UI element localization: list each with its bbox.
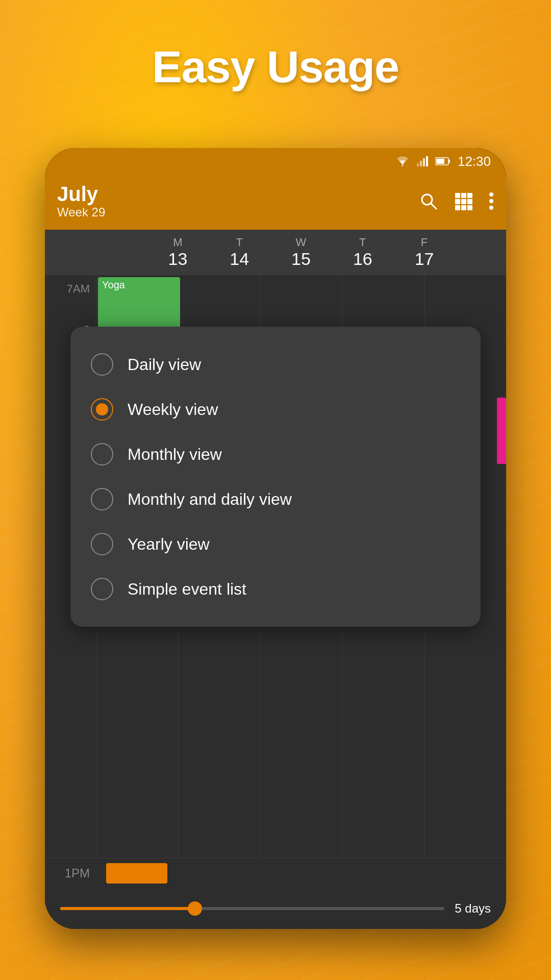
bottom-event-block	[106, 863, 167, 884]
calendar-days-header: M 13 T 14 W 15 T 16 F 17	[45, 230, 506, 275]
svg-rect-18	[467, 205, 472, 210]
status-time: 12:30	[458, 154, 491, 169]
radio-monthly[interactable]	[91, 443, 113, 465]
day-num-2: 15	[270, 249, 332, 269]
more-icon[interactable]	[489, 192, 494, 210]
wifi-icon	[395, 156, 410, 166]
day-num-4: 17	[393, 249, 455, 269]
radio-event-list[interactable]	[91, 578, 113, 600]
radio-weekly[interactable]	[91, 398, 113, 421]
slider-days-label: 5 days	[455, 901, 491, 916]
svg-rect-6	[448, 160, 450, 163]
radio-yearly[interactable]	[91, 533, 113, 555]
bottom-slider-area: 5 days	[45, 888, 506, 929]
svg-rect-13	[455, 199, 460, 204]
svg-rect-10	[455, 193, 460, 198]
day-col-thu: T 16	[332, 230, 393, 275]
label-event-list: Simple event list	[128, 580, 246, 599]
label-yearly: Yearly view	[128, 535, 210, 554]
option-yearly[interactable]: Yearly view	[81, 522, 470, 567]
view-selection-dialog: Daily view Weekly view Monthly view Mont…	[70, 327, 481, 627]
day-col-mon: M 13	[147, 230, 209, 275]
option-daily[interactable]: Daily view	[81, 342, 470, 387]
day-col-tue: T 14	[209, 230, 270, 275]
header-icons	[419, 192, 494, 210]
month-name: July	[57, 183, 105, 205]
day-num-1: 14	[209, 249, 270, 269]
option-weekly[interactable]: Weekly view	[81, 387, 470, 432]
slider-track[interactable]	[60, 907, 444, 910]
slider-fill	[60, 907, 195, 910]
app-header: July Week 29	[45, 175, 506, 230]
day-letter-2: W	[270, 236, 332, 249]
week-number: Week 29	[57, 205, 105, 219]
svg-rect-17	[461, 205, 466, 210]
svg-rect-16	[455, 205, 460, 210]
svg-point-0	[402, 165, 403, 166]
day-col-wed: W 15	[270, 230, 332, 275]
label-monthly-daily: Monthly and daily view	[128, 490, 292, 509]
day-letter-0: M	[147, 236, 209, 249]
svg-rect-1	[417, 163, 419, 166]
svg-rect-3	[423, 158, 425, 166]
option-monthly[interactable]: Monthly view	[81, 432, 470, 477]
day-num-0: 13	[147, 249, 209, 269]
day-col-fri: F 17	[393, 230, 455, 275]
radio-monthly-daily[interactable]	[91, 488, 113, 510]
svg-rect-15	[467, 199, 472, 204]
day-letter-1: T	[209, 236, 270, 249]
time-label-7am: 7AM	[45, 280, 96, 321]
radio-daily[interactable]	[91, 353, 113, 376]
label-monthly: Monthly view	[128, 445, 222, 464]
svg-point-20	[489, 199, 493, 203]
status-bar: 12:30	[45, 148, 506, 175]
option-monthly-daily[interactable]: Monthly and daily view	[81, 477, 470, 522]
battery-icon	[435, 157, 450, 166]
svg-rect-4	[426, 156, 428, 166]
header-month-info: July Week 29	[57, 183, 105, 219]
svg-rect-12	[467, 193, 472, 198]
signal-icon	[417, 156, 428, 166]
svg-rect-14	[461, 199, 466, 204]
page-title: Easy Usage	[0, 41, 551, 93]
label-daily: Daily view	[128, 355, 201, 374]
time-label-1pm: 1PM	[45, 866, 96, 880]
phone-screen: 12:30 July Week 29	[45, 148, 506, 929]
event-yoga-label: Yoga	[102, 279, 125, 290]
status-bar-right: 12:30	[395, 154, 491, 169]
grid-icon[interactable]	[454, 192, 472, 210]
slider-thumb[interactable]	[188, 901, 202, 916]
svg-point-19	[489, 192, 493, 197]
day-letter-3: T	[332, 236, 393, 249]
bottom-time-area: 1PM	[45, 857, 506, 888]
option-event-list[interactable]: Simple event list	[81, 567, 470, 611]
svg-rect-11	[461, 193, 466, 198]
search-icon[interactable]	[419, 192, 438, 210]
label-weekly: Weekly view	[128, 400, 218, 419]
event-pink[interactable]	[497, 398, 506, 464]
svg-rect-7	[436, 159, 444, 164]
svg-line-9	[431, 203, 436, 209]
day-letter-4: F	[393, 236, 455, 249]
day-num-3: 16	[332, 249, 393, 269]
svg-rect-2	[420, 161, 422, 166]
phone-frame: 12:30 July Week 29	[45, 148, 506, 929]
svg-point-21	[489, 206, 493, 210]
